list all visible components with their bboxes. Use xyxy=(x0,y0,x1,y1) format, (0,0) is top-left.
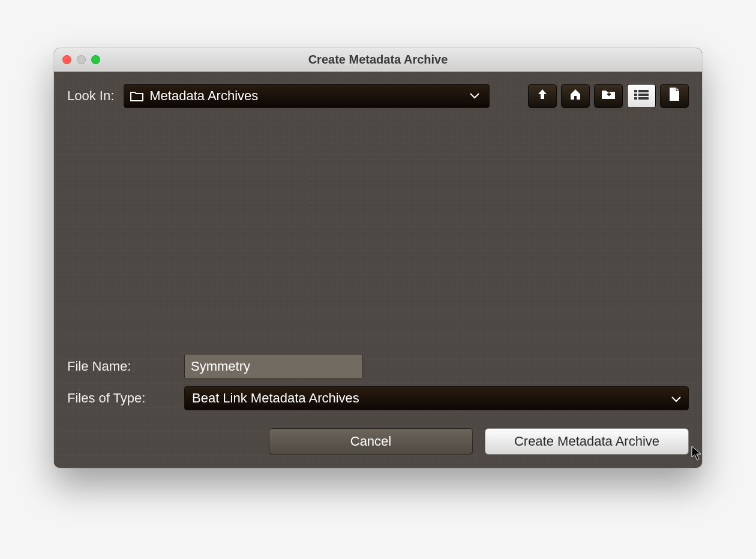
dialog-window: Create Metadata Archive Look In: Metadat… xyxy=(54,48,702,468)
file-name-label: File Name: xyxy=(67,359,172,374)
arrow-up-icon xyxy=(536,88,549,104)
file-type-combo[interactable]: Beat Link Metadata Archives xyxy=(184,386,689,410)
home-button[interactable] xyxy=(561,84,590,108)
list-view-button[interactable] xyxy=(627,84,656,108)
look-in-label: Look In: xyxy=(67,88,114,104)
list-view-icon xyxy=(634,88,649,104)
file-type-label: Files of Type: xyxy=(67,390,172,406)
chevron-down-icon xyxy=(671,390,681,406)
file-type-value: Beat Link Metadata Archives xyxy=(192,390,671,406)
look-in-row: Look In: Metadata Archives xyxy=(67,84,689,108)
svg-rect-3 xyxy=(638,90,649,92)
create-archive-button[interactable]: Create Metadata Archive xyxy=(485,428,689,455)
details-view-icon xyxy=(668,88,680,104)
svg-rect-7 xyxy=(638,97,649,100)
svg-rect-6 xyxy=(634,97,637,100)
window-title: Create Metadata Archive xyxy=(54,53,702,67)
look-in-combo[interactable]: Metadata Archives xyxy=(124,84,490,108)
file-type-row: Files of Type: Beat Link Metadata Archiv… xyxy=(67,386,689,410)
svg-rect-2 xyxy=(634,90,637,92)
details-view-button[interactable] xyxy=(660,84,689,108)
new-folder-icon xyxy=(601,88,616,104)
dialog-buttons: Cancel Create Metadata Archive xyxy=(67,428,689,455)
file-list-area[interactable] xyxy=(67,116,689,347)
svg-rect-5 xyxy=(638,94,649,96)
toolbar-buttons xyxy=(528,84,689,108)
file-name-input[interactable] xyxy=(184,354,362,379)
dialog-content: Look In: Metadata Archives xyxy=(54,72,702,468)
mouse-cursor-icon xyxy=(691,446,702,465)
new-folder-button[interactable] xyxy=(594,84,623,108)
home-icon xyxy=(569,88,582,104)
file-name-row: File Name: xyxy=(67,354,689,379)
chevron-down-icon xyxy=(466,93,483,99)
svg-rect-1 xyxy=(608,92,610,96)
up-one-level-button[interactable] xyxy=(528,84,557,108)
svg-rect-4 xyxy=(634,94,637,96)
titlebar[interactable]: Create Metadata Archive xyxy=(54,48,702,72)
cancel-button[interactable]: Cancel xyxy=(269,428,473,455)
look-in-value: Metadata Archives xyxy=(149,88,460,104)
create-button-label: Create Metadata Archive xyxy=(514,434,659,449)
folder-icon xyxy=(130,91,143,101)
cancel-button-label: Cancel xyxy=(350,434,391,449)
